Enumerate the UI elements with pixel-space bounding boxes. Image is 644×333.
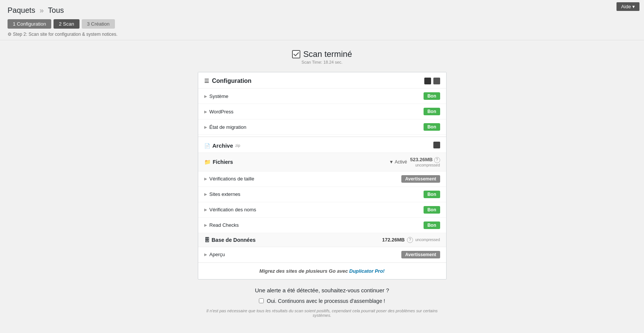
topbar: Aide ▾ [612,0,644,13]
aide-button[interactable]: Aide ▾ [616,2,639,11]
promo-section: Migrez des sites de plusieurs Go avec Du… [198,263,446,279]
breadcrumb-separator: » [40,6,44,14]
steps-container: 1 Configuration 2 Scan 3 Création [0,15,644,30]
step-desc-text: Step 2: Scan site for configuration & sy… [13,32,117,37]
archive-section: Archive zip Fichiers ▼ Activé [198,136,446,263]
systeme-label: Système [210,93,229,99]
verif-taille-badge: Avertissement [401,175,440,183]
archive-title: Archive zip [204,142,240,149]
filter-label: Activé [395,159,407,165]
verif-noms-label: ▶ Vérification des noms [204,207,256,212]
main-panel: Configuration ▶ Système Bon ▶ WordP [198,72,447,280]
config-icon-doc[interactable] [433,78,440,84]
verif-noms-text: Vérification des noms [210,207,256,212]
scan-title: Scan terminé [292,49,352,59]
filter-badge: ▼ Activé [389,159,407,165]
configuration-title: Configuration [204,78,252,84]
apercu-badge: Avertissement [401,251,440,258]
arrow-icon-vn: ▶ [204,208,207,212]
doc-icon [204,142,210,149]
wordpress-label: WordPress [210,109,234,115]
fichiers-size-info: 523.26MB ? uncompressed [410,157,440,167]
database-row: Base de Données 172.26MB ? uncompressed [198,233,446,247]
read-checks-label: ▶ Read Checks [204,222,239,228]
folder-icon [204,159,211,165]
verif-taille-label: ▶ Vérifications de taille [204,176,254,182]
config-icon-black[interactable] [424,78,431,84]
config-row-wordpress[interactable]: ▶ WordPress Bon [198,104,446,119]
archive-header: Archive zip [198,137,446,153]
promo-text-before: Migrez des sites de plusieurs Go avec [259,268,349,274]
bottom-section: Une alerte a été détectée, souhaitez-vou… [198,287,447,318]
step3-button[interactable]: 3 Création [82,19,115,29]
fichiers-sub-rows: ▶ Vérifications de taille Avertissement … [198,171,446,233]
database-size: 172.26MB [382,237,405,243]
apercu-label: ▶ Aperçu [204,252,225,257]
config-row-apercu[interactable]: ▶ Aperçu Avertissement [198,247,446,263]
config-row-read-checks[interactable]: ▶ Read Checks Bon [198,218,446,233]
notice-text: Il n'est pas nécessaire que tous les rés… [198,309,447,318]
arrow-icon: ▶ [204,94,207,98]
config-row-systeme[interactable]: ▶ Système Bon [198,89,446,104]
page-title: Paquets » Tous [0,0,644,15]
config-row-verif-taille[interactable]: ▶ Vérifications de taille Avertissement [198,171,446,187]
arrow-icon-se: ▶ [204,192,207,196]
fichiers-help-icon[interactable]: ? [434,157,440,163]
fichiers-uncompressed: uncompressed [410,163,440,167]
fichiers-label-text: Fichiers [213,159,233,165]
config-row-migration[interactable]: ▶ État de migration Bon [198,119,446,135]
migration-label: État de migration [210,124,246,130]
sites-externes-text: Sites externes [210,191,240,197]
db-sub-rows: ▶ Aperçu Avertissement [198,247,446,263]
fichiers-size: 523.26MB [410,157,433,162]
database-label-text: Base de Données [212,237,256,243]
checkbox-label: Oui. Continuons avec le processus d'asse… [267,298,385,304]
sites-externes-label: ▶ Sites externes [204,191,240,197]
arrow-icon-apercu: ▶ [204,252,207,257]
archive-icon[interactable] [433,142,440,148]
configuration-section-header: Configuration [198,72,446,89]
config-row-sites-externes[interactable]: ▶ Sites externes Bon [198,187,446,202]
fichiers-row: Fichiers ▼ Activé 523.26MB ? uncompresse… [198,153,446,171]
archive-title-text: Archive [213,142,233,149]
breadcrumb-part1: Paquets [8,6,35,14]
checkbox-row: Oui. Continuons avec le processus d'asse… [198,298,447,304]
read-checks-text: Read Checks [210,222,239,228]
migration-badge: Bon [424,123,440,131]
arrow-icon-wp: ▶ [204,110,207,114]
step2-button[interactable]: 2 Scan [54,19,79,29]
main-content: Scan terminé Scan Time: 18.24 sec. Confi… [0,40,644,327]
read-checks-badge: Bon [424,221,440,229]
database-uncompressed: uncompressed [415,238,440,242]
scan-header: Scan terminé Scan Time: 18.24 sec. [292,49,352,64]
configuration-title-text: Configuration [212,78,252,84]
continue-checkbox[interactable] [259,298,264,303]
fichiers-label: Fichiers [204,159,233,165]
section-icons [424,78,440,84]
scan-time: Scan Time: 18.24 sec. [292,60,352,64]
database-meta: 172.26MB ? uncompressed [382,237,440,243]
arrow-icon-rc: ▶ [204,223,207,227]
gear-icon [8,32,12,37]
config-row-verif-noms[interactable]: ▶ Vérification des noms Bon [198,202,446,218]
verif-taille-text: Vérifications de taille [210,176,254,182]
sites-externes-badge: Bon [424,191,440,198]
database-help-icon[interactable]: ? [407,237,413,243]
arrow-icon-migration: ▶ [204,125,207,129]
alert-question: Une alerte a été détectée, souhaitez-vou… [198,287,447,293]
configuration-rows: ▶ Système Bon ▶ WordPress Bon ▶ État de … [198,89,446,135]
arrow-icon-vt: ▶ [204,177,207,181]
database-label: Base de Données [204,237,256,243]
apercu-text: Aperçu [210,252,225,257]
promo-link[interactable]: Duplicator Pro! [349,268,385,274]
wordpress-badge: Bon [424,108,440,115]
step-description: Step 2: Scan site for configuration & sy… [0,30,644,40]
filter-funnel-icon: ▼ [389,159,394,165]
step1-button[interactable]: 1 Configuration [8,19,51,29]
archive-header-icon[interactable] [433,142,440,150]
db-stack-icon [204,237,210,243]
breadcrumb-part2: Tous [48,6,64,14]
config-row-wordpress-label: ▶ WordPress [204,109,234,115]
fichiers-meta: ▼ Activé 523.26MB ? uncompressed [389,157,440,167]
archive-title-sup: zip [236,144,240,148]
